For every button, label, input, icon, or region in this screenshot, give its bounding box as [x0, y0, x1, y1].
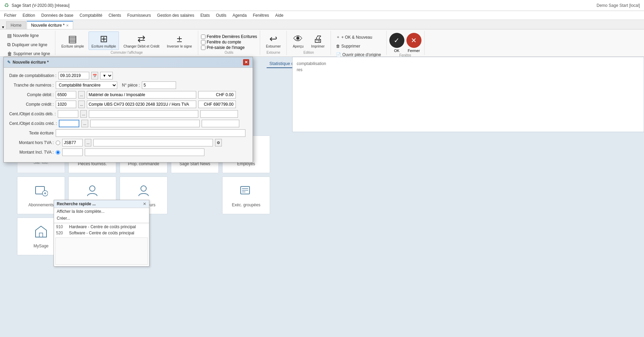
dropdown-separator [54, 222, 149, 223]
menu-clients[interactable]: Clients [106, 12, 124, 19]
pre-saisie-image-cb[interactable]: Pré-saisie de l'image [201, 45, 257, 50]
inverser-signe-button[interactable]: ± Inverser le signe [164, 32, 195, 50]
changer-debit-credit-button[interactable]: ⇄ Changer Débit et Crédit [120, 31, 162, 50]
ribbon: ▤ Nouvelle ligne ⧉ Dupliquer une ligne 🗑… [0, 29, 644, 57]
montant-hors-description-input[interactable] [93, 139, 213, 146]
debit-amount-input[interactable] [198, 91, 236, 99]
npiece-label: N° pièce : [119, 83, 140, 88]
debit-code-input[interactable] [56, 91, 76, 99]
menu-donnees-base[interactable]: Données de base [39, 12, 76, 19]
dupliquer-ligne-button[interactable]: ⧉ Dupliquer une ligne [5, 40, 50, 49]
dropdown-title: Recherche rapide ... [57, 202, 96, 206]
tranche-select[interactable]: Comptabilité financière [56, 81, 117, 89]
montant-incl-radio[interactable] [56, 150, 60, 155]
credit-description-input[interactable] [87, 101, 196, 108]
form-row-debit: Compte débit : ... [9, 91, 247, 99]
modal-nouvelle-ecriture: ✎ Nouvelle écriture * ✕ Date de comptabi… [3, 57, 253, 163]
dropdown-scroll-area[interactable] [55, 237, 148, 265]
main-content: Statistique collaborateurs Mes états com… [0, 57, 644, 337]
debit-description-input[interactable] [87, 91, 196, 99]
imprimer-button[interactable]: 🖨 Imprimer [308, 31, 327, 50]
dropdown-list-item-910[interactable]: 910 Hardware - Centre de coûts principal [54, 224, 149, 230]
debit-browse-button[interactable]: ... [78, 91, 85, 99]
menu-etats[interactable]: Etats [198, 12, 212, 19]
tab-home[interactable]: Home [6, 21, 26, 29]
centre-deb-code-input[interactable] [58, 110, 78, 118]
centre-cred-description-input[interactable] [90, 120, 200, 127]
apercu-button[interactable]: 👁 Aperçu [290, 31, 307, 50]
form-row-montant-hors: Montant hors TVA : ... ⚙ [9, 139, 247, 146]
date-dropdown[interactable]: ▼ [100, 72, 113, 79]
supprimer-button[interactable]: 🗑 Supprimer [334, 42, 384, 50]
fenetre-dernieres-ecritures-cb[interactable]: Fenêtre Dernières Ecritures [201, 34, 257, 39]
menu-fenetres[interactable]: Fenêtres [250, 12, 272, 19]
right-panel: comptabilisation res [292, 57, 644, 132]
montant-hors-radio[interactable] [56, 141, 60, 145]
tab-nouvelle-ecriture[interactable]: Nouvelle écriture * ✕ [27, 21, 73, 29]
svg-point-21 [141, 186, 146, 191]
credit-amount-input[interactable] [198, 101, 236, 108]
dropdown-create[interactable]: Créer... [54, 215, 149, 222]
centre-cred-amount-input[interactable] [202, 120, 239, 127]
panel-content: comptabilisation res [293, 57, 644, 76]
ribbon-group-outils: Fenêtre Dernières Ecritures Fenêtre du c… [198, 31, 260, 55]
form-row-montant-incl: Montant Incl. TVA : [9, 148, 247, 156]
centre-cred-browse-button[interactable]: ... [81, 120, 88, 127]
date-input[interactable] [58, 72, 89, 79]
form-row-credit: Compte crédit : ... [9, 101, 247, 108]
dropdown-show-all[interactable]: Afficher la liste complète... [54, 208, 149, 215]
menu-outils[interactable]: Outils [213, 12, 229, 19]
montant-hors-label: Montant hors TVA : [9, 140, 54, 145]
tab-close-icon[interactable]: ✕ [66, 24, 69, 27]
centre-cred-code-input[interactable] [59, 120, 79, 127]
centre-deb-browse-button[interactable]: ... [80, 110, 87, 118]
ok-nouveau-button[interactable]: ＋ + OK & Nouveau [334, 33, 384, 41]
title-bar: ♻ Sage Start (V-2020.00) [réseau] Demo S… [0, 0, 644, 11]
ribbon-group-edition: 👁 Aperçu 🖨 Imprimer Edition [287, 31, 331, 55]
ecriture-multiple-button[interactable]: ⊞ Ecriture multiple [89, 31, 119, 50]
montant-incl-code-input[interactable] [62, 148, 83, 156]
ribbon-group-lignes: ▤ Nouvelle ligne ⧉ Dupliquer une ligne 🗑… [2, 31, 55, 55]
texte-label: Texte écriture [9, 131, 54, 135]
fenetre-du-compte-cb[interactable]: Fenêtre du compte [201, 40, 257, 44]
menu-agenda[interactable]: Agenda [230, 12, 249, 19]
ecriture-simple-button[interactable]: ▤ Ecriture simple [58, 31, 87, 50]
modal-body: Date de comptabilisation : 📅 ▼ Tranche d… [4, 68, 253, 162]
ok-button[interactable]: ✓ [389, 33, 404, 48]
npiece-input[interactable] [142, 81, 176, 89]
tab-dropdown[interactable]: ▼ [1, 25, 5, 29]
menu-bar: Fichier Edition Données de base Comptabi… [0, 11, 644, 20]
svg-point-20 [90, 186, 95, 191]
centre-deb-amount-input[interactable] [200, 110, 238, 118]
dropdown-close-icon[interactable]: ✕ [143, 202, 146, 206]
debit-label: Compte débit : [9, 92, 54, 97]
montant-hors-code-input[interactable] [62, 139, 83, 146]
menu-fichier[interactable]: Fichier [1, 12, 19, 19]
calendar-button[interactable]: 📅 [91, 72, 98, 79]
credit-browse-button[interactable]: ... [78, 101, 85, 108]
menu-edition[interactable]: Edition [20, 12, 38, 19]
nouvelle-ligne-button[interactable]: ▤ Nouvelle ligne [5, 31, 41, 40]
centre-cred-label: Cent./Objet d.coûts créd. : [9, 121, 57, 126]
date-label: Date de comptabilisation : [9, 73, 56, 78]
tile-exec-groupees[interactable]: Exéc. groupées [222, 177, 270, 214]
montant-hors-extra-button[interactable]: ⚙ [215, 139, 222, 146]
form-row-centre-cred: Cent./Objet d.coûts créd. : ... [9, 120, 247, 127]
ribbon-group-ecriture: ＋ + OK & Nouveau 🗑 Supprimer 📄 Ouvrir pi… [331, 31, 387, 55]
montant-incl-description-input[interactable] [85, 148, 204, 156]
menu-gestion-salaires[interactable]: Gestion des salaires [155, 12, 197, 19]
extourner-button[interactable]: ↩ Extourner [263, 31, 284, 50]
svg-marker-26 [36, 226, 46, 237]
credit-code-input[interactable] [56, 101, 76, 108]
dropdown-list-item-520[interactable]: 520 Software - Centre de coûts principal [54, 230, 149, 236]
fermer-button[interactable]: ✕ [406, 33, 421, 48]
texte-input[interactable] [56, 129, 245, 137]
app-title: Sage Start (V-2020.00) [réseau] [12, 3, 596, 8]
centre-deb-description-input[interactable] [89, 110, 198, 118]
menu-comptabilite[interactable]: Comptabilité [77, 12, 105, 19]
menu-fournisseurs[interactable]: Fournisseurs [124, 12, 153, 19]
modal-close-button[interactable]: ✕ [243, 59, 249, 65]
montant-hors-browse-button[interactable]: ... [85, 139, 91, 146]
menu-aide[interactable]: Aide [272, 12, 286, 19]
centre-deb-label: Cent./Objet d.coûts déb. : [9, 112, 56, 116]
